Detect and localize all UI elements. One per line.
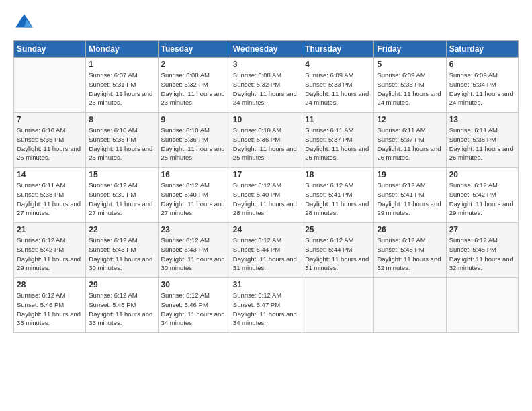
sunset-label: Sunset: 5:46 PM	[161, 301, 208, 308]
sunset-label: Sunset: 5:35 PM	[89, 136, 136, 143]
sunrise-label: Sunrise: 6:09 AM	[377, 71, 425, 79]
week-row-3: 14 Sunrise: 6:11 AM Sunset: 5:38 PM Dayl…	[14, 168, 519, 223]
sunset-label: Sunset: 5:45 PM	[449, 246, 496, 253]
day-cell	[14, 58, 86, 113]
daylight-label: Daylight: 11 hours and 34 minutes.	[233, 310, 297, 327]
day-number: 13	[449, 115, 515, 124]
sunset-label: Sunset: 5:33 PM	[377, 81, 424, 88]
day-number: 24	[233, 225, 299, 234]
day-cell: 2 Sunrise: 6:08 AM Sunset: 5:32 PM Dayli…	[158, 58, 230, 113]
sunrise-label: Sunrise: 6:10 AM	[161, 126, 210, 134]
day-number: 21	[17, 225, 83, 234]
week-row-4: 21 Sunrise: 6:12 AM Sunset: 5:42 PM Dayl…	[14, 223, 519, 278]
col-header-monday: Monday	[86, 41, 158, 58]
day-info: Sunrise: 6:09 AM Sunset: 5:33 PM Dayligh…	[377, 71, 443, 107]
sunrise-label: Sunrise: 6:12 AM	[161, 291, 210, 299]
sunset-label: Sunset: 5:40 PM	[161, 191, 208, 198]
sunrise-label: Sunrise: 6:12 AM	[89, 236, 137, 244]
day-cell: 22 Sunrise: 6:12 AM Sunset: 5:43 PM Dayl…	[86, 223, 158, 278]
daylight-label: Daylight: 11 hours and 23 minutes.	[161, 90, 225, 107]
daylight-label: Daylight: 11 hours and 29 minutes.	[449, 200, 513, 217]
daylight-label: Daylight: 11 hours and 31 minutes.	[233, 255, 297, 272]
sunrise-label: Sunrise: 6:12 AM	[233, 236, 281, 244]
daylight-label: Daylight: 11 hours and 33 minutes.	[17, 310, 81, 327]
sunset-label: Sunset: 5:41 PM	[305, 191, 352, 198]
day-cell: 18 Sunrise: 6:12 AM Sunset: 5:41 PM Dayl…	[302, 168, 374, 223]
sunrise-label: Sunrise: 6:12 AM	[17, 291, 65, 299]
day-info: Sunrise: 6:12 AM Sunset: 5:47 PM Dayligh…	[233, 291, 299, 328]
day-cell: 1 Sunrise: 6:07 AM Sunset: 5:31 PM Dayli…	[86, 58, 158, 113]
daylight-label: Daylight: 11 hours and 24 minutes.	[449, 90, 513, 107]
logo	[13, 12, 38, 34]
day-info: Sunrise: 6:12 AM Sunset: 5:41 PM Dayligh…	[305, 181, 371, 218]
day-info: Sunrise: 6:12 AM Sunset: 5:43 PM Dayligh…	[161, 236, 227, 273]
daylight-label: Daylight: 11 hours and 25 minutes.	[17, 145, 81, 162]
sunrise-label: Sunrise: 6:12 AM	[233, 291, 281, 299]
day-number: 28	[17, 280, 83, 289]
sunrise-label: Sunrise: 6:12 AM	[449, 236, 498, 244]
day-info: Sunrise: 6:10 AM Sunset: 5:36 PM Dayligh…	[233, 126, 299, 163]
sunrise-label: Sunrise: 6:12 AM	[161, 181, 210, 189]
day-cell: 31 Sunrise: 6:12 AM Sunset: 5:47 PM Dayl…	[230, 278, 302, 333]
day-info: Sunrise: 6:12 AM Sunset: 5:41 PM Dayligh…	[377, 181, 443, 218]
day-cell: 8 Sunrise: 6:10 AM Sunset: 5:35 PM Dayli…	[86, 113, 158, 168]
day-info: Sunrise: 6:09 AM Sunset: 5:33 PM Dayligh…	[305, 71, 371, 107]
daylight-label: Daylight: 11 hours and 33 minutes.	[89, 310, 152, 327]
day-number: 26	[377, 225, 443, 234]
daylight-label: Daylight: 11 hours and 31 minutes.	[305, 255, 369, 272]
day-info: Sunrise: 6:12 AM Sunset: 5:40 PM Dayligh…	[161, 181, 227, 218]
day-info: Sunrise: 6:09 AM Sunset: 5:34 PM Dayligh…	[449, 71, 515, 107]
day-cell: 20 Sunrise: 6:12 AM Sunset: 5:42 PM Dayl…	[446, 168, 518, 223]
sunrise-label: Sunrise: 6:12 AM	[305, 181, 353, 189]
sunset-label: Sunset: 5:34 PM	[449, 81, 496, 88]
day-number: 6	[449, 60, 515, 69]
daylight-label: Daylight: 11 hours and 24 minutes.	[305, 90, 369, 107]
sunrise-label: Sunrise: 6:12 AM	[377, 236, 425, 244]
day-cell: 27 Sunrise: 6:12 AM Sunset: 5:45 PM Dayl…	[446, 223, 518, 278]
daylight-label: Daylight: 11 hours and 32 minutes.	[377, 255, 441, 272]
sunset-label: Sunset: 5:47 PM	[233, 301, 280, 308]
sunrise-label: Sunrise: 6:10 AM	[233, 126, 281, 134]
sunset-label: Sunset: 5:39 PM	[89, 191, 136, 198]
day-number: 4	[305, 60, 371, 69]
calendar-table: SundayMondayTuesdayWednesdayThursdayFrid…	[13, 40, 519, 333]
day-info: Sunrise: 6:12 AM Sunset: 5:46 PM Dayligh…	[161, 291, 227, 328]
day-cell: 4 Sunrise: 6:09 AM Sunset: 5:33 PM Dayli…	[302, 58, 374, 113]
sunset-label: Sunset: 5:42 PM	[449, 191, 496, 198]
day-number: 16	[161, 170, 227, 179]
day-cell: 11 Sunrise: 6:11 AM Sunset: 5:37 PM Dayl…	[302, 113, 374, 168]
day-number: 3	[233, 60, 299, 69]
daylight-label: Daylight: 11 hours and 24 minutes.	[233, 90, 297, 107]
sunset-label: Sunset: 5:33 PM	[305, 81, 352, 88]
day-number: 29	[89, 280, 154, 289]
day-info: Sunrise: 6:12 AM Sunset: 5:45 PM Dayligh…	[377, 236, 443, 273]
col-header-sunday: Sunday	[14, 41, 86, 58]
sunset-label: Sunset: 5:32 PM	[161, 81, 208, 88]
day-number: 30	[161, 280, 227, 289]
day-info: Sunrise: 6:12 AM Sunset: 5:42 PM Dayligh…	[17, 236, 83, 273]
sunset-label: Sunset: 5:44 PM	[305, 246, 352, 253]
day-number: 25	[305, 225, 371, 234]
sunset-label: Sunset: 5:45 PM	[377, 246, 424, 253]
day-cell: 12 Sunrise: 6:11 AM Sunset: 5:37 PM Dayl…	[374, 113, 446, 168]
day-info: Sunrise: 6:12 AM Sunset: 5:39 PM Dayligh…	[89, 181, 154, 218]
day-number: 23	[161, 225, 227, 234]
day-info: Sunrise: 6:12 AM Sunset: 5:46 PM Dayligh…	[17, 291, 83, 328]
sunset-label: Sunset: 5:36 PM	[161, 136, 208, 143]
sunset-label: Sunset: 5:41 PM	[377, 191, 424, 198]
daylight-label: Daylight: 11 hours and 24 minutes.	[377, 90, 441, 107]
day-cell: 14 Sunrise: 6:11 AM Sunset: 5:38 PM Dayl…	[14, 168, 86, 223]
day-info: Sunrise: 6:11 AM Sunset: 5:38 PM Dayligh…	[449, 126, 515, 163]
day-number: 9	[161, 115, 227, 124]
day-cell	[446, 278, 518, 333]
sunrise-label: Sunrise: 6:07 AM	[89, 71, 137, 79]
daylight-label: Daylight: 11 hours and 25 minutes.	[161, 145, 225, 162]
sunrise-label: Sunrise: 6:12 AM	[89, 291, 137, 299]
sunset-label: Sunset: 5:40 PM	[233, 191, 280, 198]
day-cell: 23 Sunrise: 6:12 AM Sunset: 5:43 PM Dayl…	[158, 223, 230, 278]
daylight-label: Daylight: 11 hours and 23 minutes.	[89, 90, 152, 107]
sunrise-label: Sunrise: 6:12 AM	[449, 181, 498, 189]
sunset-label: Sunset: 5:37 PM	[377, 136, 424, 143]
day-cell: 29 Sunrise: 6:12 AM Sunset: 5:46 PM Dayl…	[86, 278, 158, 333]
day-number: 8	[89, 115, 154, 124]
